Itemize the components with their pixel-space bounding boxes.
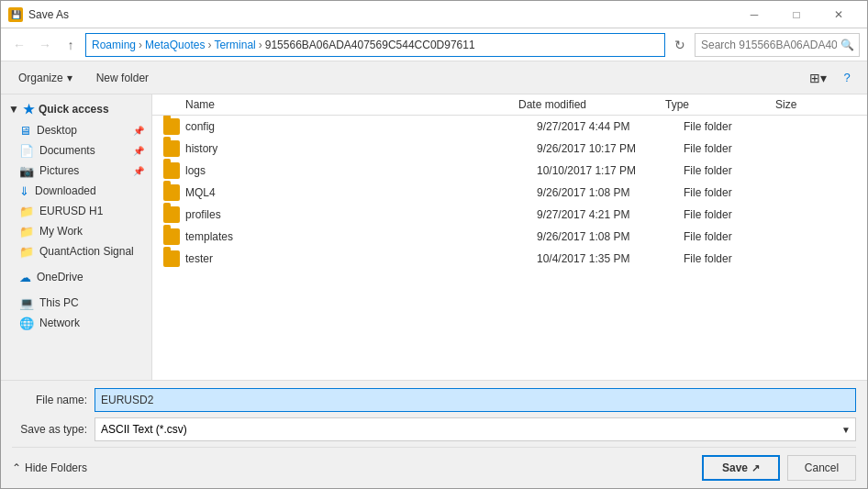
- organize-arrow-icon: ▾: [67, 72, 72, 84]
- sidebar-item-desktop[interactable]: 🖥 Desktop 📌: [1, 120, 151, 140]
- folder-icon: [163, 140, 180, 157]
- organize-button[interactable]: Organize ▾: [8, 65, 83, 91]
- bottom-section: File name: Save as type: ASCII Text (*.c…: [1, 380, 867, 488]
- new-folder-button[interactable]: New folder: [86, 65, 159, 91]
- savetype-wrapper: ASCII Text (*.csv) ▼: [95, 417, 856, 441]
- breadcrumb-bar[interactable]: Roaming › MetaQuotes › Terminal › 915566…: [85, 33, 665, 57]
- savetype-select[interactable]: ASCII Text (*.csv): [95, 417, 856, 441]
- sidebar-item-mywork[interactable]: 📁 My Work: [1, 221, 151, 241]
- mywork-folder-icon: 📁: [19, 225, 34, 239]
- folder-icon: [163, 118, 180, 135]
- filename-row: File name:: [12, 388, 856, 412]
- file-name-cell: profiles: [152, 206, 537, 223]
- table-row[interactable]: tester 10/4/2017 1:35 PM File folder: [152, 248, 867, 270]
- title-controls: ─ □ ✕: [733, 1, 860, 28]
- documents-pin-icon: 📌: [133, 146, 144, 156]
- forward-button[interactable]: →: [34, 34, 56, 56]
- savetype-row: Save as type: ASCII Text (*.csv) ▼: [12, 417, 856, 441]
- chevron-up-icon: ⌃: [12, 461, 21, 474]
- refresh-button[interactable]: ↻: [669, 34, 691, 56]
- save-button[interactable]: Save ↗: [702, 455, 780, 481]
- help-button[interactable]: ?: [834, 65, 860, 91]
- sidebar-item-quantaction[interactable]: 📁 QuantAction Signal: [1, 241, 151, 261]
- bottom-actions: ⌃ Hide Folders Save ↗ Cancel: [12, 447, 856, 481]
- desktop-icon: 🖥: [19, 124, 31, 138]
- toolbar-right: ⊞ ▾ ?: [805, 65, 860, 91]
- downloaded-icon: ⇓: [19, 184, 29, 198]
- action-buttons: Save ↗ Cancel: [702, 455, 856, 481]
- quick-access-arrow-icon: ▼: [8, 103, 19, 116]
- sidebar: ▼ ★ Quick access 🖥 Desktop 📌 📄 Documents…: [1, 94, 152, 380]
- search-wrapper: 🔍: [695, 33, 860, 57]
- breadcrumb-metaquotes[interactable]: MetaQuotes: [145, 39, 205, 51]
- documents-icon: 📄: [19, 144, 34, 158]
- search-input[interactable]: [695, 33, 860, 57]
- title-bar-left: 💾 Save As: [8, 7, 69, 22]
- file-name-cell: MQL4: [152, 184, 537, 201]
- desktop-pin-icon: 📌: [133, 126, 144, 136]
- maximize-button[interactable]: □: [775, 1, 818, 28]
- filename-label: File name:: [12, 394, 95, 406]
- table-row[interactable]: MQL4 9/26/2017 1:08 PM File folder: [152, 182, 867, 204]
- sidebar-item-downloaded[interactable]: ⇓ Downloaded: [1, 181, 151, 201]
- file-name-cell: logs: [152, 162, 537, 179]
- breadcrumb-sep-1: ›: [139, 39, 142, 51]
- thispc-icon: 💻: [19, 296, 34, 310]
- breadcrumb-sep-3: ›: [259, 39, 262, 51]
- col-date-header[interactable]: Date modified: [518, 98, 665, 111]
- view-button[interactable]: ⊞ ▾: [805, 65, 830, 91]
- table-row[interactable]: profiles 9/27/2017 4:21 PM File folder: [152, 204, 867, 226]
- eurusd-folder-icon: 📁: [19, 205, 34, 218]
- minimize-button[interactable]: ─: [733, 1, 775, 28]
- cancel-button[interactable]: Cancel: [787, 455, 856, 481]
- table-row[interactable]: templates 9/26/2017 1:08 PM File folder: [152, 226, 867, 248]
- folder-icon: [163, 228, 180, 245]
- save-as-dialog: 💾 Save As ─ □ ✕ ← → ↑ Roaming › MetaQuot…: [0, 0, 868, 489]
- title-bar: 💾 Save As ─ □ ✕: [1, 1, 867, 28]
- folder-icon: [163, 250, 180, 267]
- filename-input[interactable]: [95, 388, 856, 412]
- savetype-label: Save as type:: [12, 423, 95, 436]
- dialog-title: Save As: [28, 8, 69, 21]
- address-bar: ← → ↑ Roaming › MetaQuotes › Terminal › …: [1, 28, 867, 61]
- breadcrumb-sep-2: ›: [207, 39, 211, 51]
- search-icon: 🔍: [840, 39, 854, 51]
- file-name-cell: tester: [152, 250, 537, 267]
- quick-access-star-icon: ★: [23, 102, 35, 117]
- breadcrumb-terminal[interactable]: Terminal: [214, 39, 255, 51]
- main-content: ▼ ★ Quick access 🖥 Desktop 📌 📄 Documents…: [1, 94, 867, 380]
- col-type-header[interactable]: Type: [665, 98, 775, 111]
- sidebar-item-thispc[interactable]: 💻 This PC: [1, 293, 151, 313]
- breadcrumb-roaming[interactable]: Roaming: [92, 39, 136, 51]
- pictures-icon: 📷: [19, 164, 34, 178]
- pictures-pin-icon: 📌: [133, 166, 144, 176]
- close-button[interactable]: ✕: [818, 1, 860, 28]
- network-icon: 🌐: [19, 317, 34, 330]
- toolbar: Organize ▾ New folder ⊞ ▾ ?: [1, 61, 867, 94]
- view-icon: ⊞: [809, 71, 820, 85]
- breadcrumb-current: 915566BA06ADA407569C544CC0D97611: [265, 39, 475, 51]
- file-name-cell: history: [152, 140, 537, 157]
- sidebar-item-eurusd[interactable]: 📁 EURUSD H1: [1, 201, 151, 221]
- col-name-header[interactable]: Name: [152, 98, 518, 111]
- help-icon: ?: [843, 71, 850, 84]
- quick-access-header[interactable]: ▼ ★ Quick access: [1, 98, 151, 120]
- file-name-cell: templates: [152, 228, 537, 245]
- dialog-icon: 💾: [8, 7, 23, 22]
- col-size-header[interactable]: Size: [775, 98, 849, 111]
- up-button[interactable]: ↑: [60, 34, 82, 56]
- sidebar-item-network[interactable]: 🌐 Network: [1, 313, 151, 333]
- file-name-cell: config: [152, 118, 537, 135]
- folder-icon: [163, 206, 180, 223]
- table-row[interactable]: config 9/27/2017 4:44 PM File folder: [152, 116, 867, 138]
- hide-folders-button[interactable]: ⌃ Hide Folders: [12, 461, 87, 474]
- table-row[interactable]: history 9/26/2017 10:17 PM File folder: [152, 138, 867, 160]
- sidebar-item-pictures[interactable]: 📷 Pictures 📌: [1, 161, 151, 181]
- view-arrow-icon: ▾: [820, 71, 827, 85]
- sidebar-item-documents[interactable]: 📄 Documents 📌: [1, 140, 151, 161]
- folder-icon: [163, 162, 180, 179]
- table-row[interactable]: logs 10/10/2017 1:17 PM File folder: [152, 160, 867, 182]
- folder-icon: [163, 184, 180, 201]
- sidebar-item-onedrive[interactable]: ☁ OneDrive: [1, 267, 151, 287]
- back-button[interactable]: ←: [8, 34, 30, 56]
